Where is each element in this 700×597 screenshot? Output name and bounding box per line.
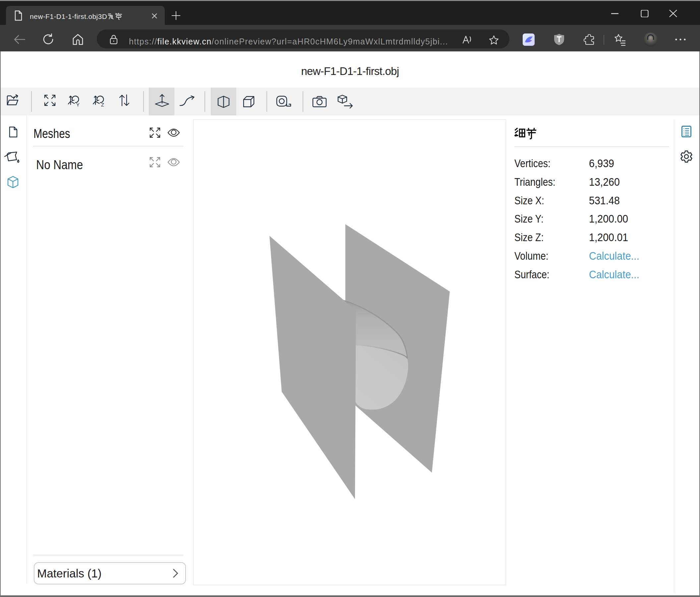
svg-text:Y: Y	[76, 102, 79, 107]
svg-text:Z: Z	[101, 102, 104, 107]
